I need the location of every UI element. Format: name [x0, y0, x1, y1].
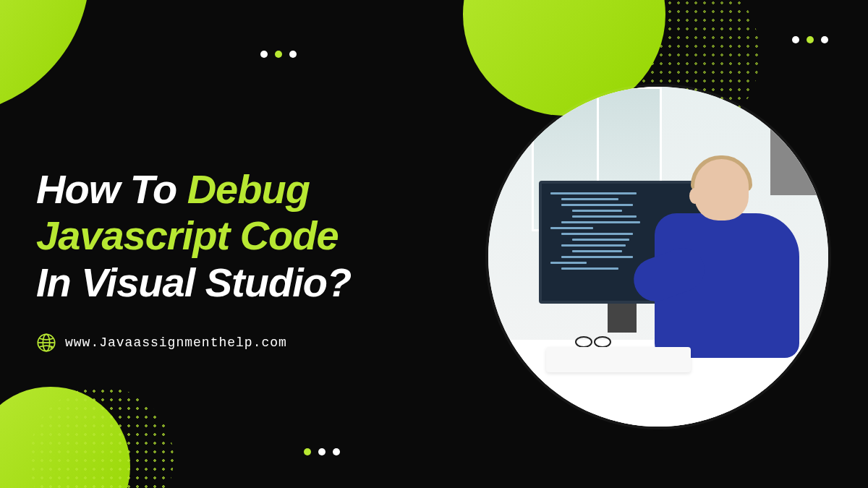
heading-part2: Debug [187, 166, 310, 212]
decoration-three-dots-bottom [304, 448, 340, 455]
photo-person [655, 159, 799, 361]
globe-icon [36, 333, 56, 353]
heading-part1: How To [36, 166, 187, 212]
website-url-section: www.Javaassignmenthelp.com [36, 333, 287, 353]
heading-line2: Javascript Code [36, 213, 351, 259]
promotional-banner: How To Debug Javascript Code In Visual S… [0, 0, 868, 488]
main-heading: How To Debug Javascript Code In Visual S… [36, 166, 351, 306]
website-url: www.Javaassignmenthelp.com [65, 335, 287, 350]
decoration-shape-topleft [0, 0, 113, 113]
photo-person-ear [689, 188, 700, 204]
hero-photo [488, 87, 828, 427]
decoration-three-dots-topright [792, 36, 828, 43]
photo-keyboard [546, 347, 691, 372]
photo-scene [488, 87, 828, 427]
photo-person-head [694, 159, 749, 221]
heading-line3: In Visual Studio? [36, 260, 351, 306]
decoration-three-dots-top [260, 51, 297, 58]
photo-glasses [575, 336, 611, 347]
photo-monitor-stand [608, 304, 637, 333]
